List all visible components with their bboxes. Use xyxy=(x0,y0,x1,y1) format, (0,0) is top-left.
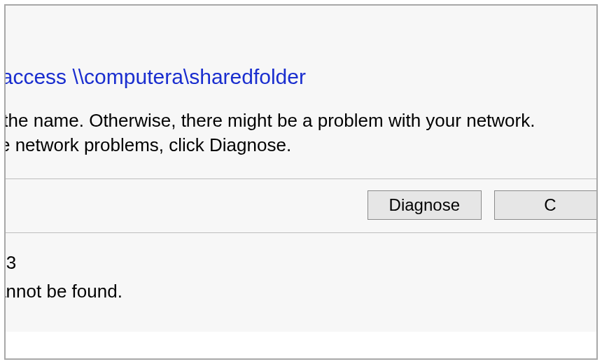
cancel-button[interactable]: C xyxy=(494,190,598,220)
error-explanation-line-1: spelling of the name. Otherwise, there m… xyxy=(4,108,598,133)
error-explanation: spelling of the name. Otherwise, there m… xyxy=(4,94,598,178)
network-error-dialog: rk Error s cannot access \\computera\sha… xyxy=(4,6,598,332)
diagnose-button[interactable]: Diagnose xyxy=(368,190,482,220)
error-heading: s cannot access \\computera\sharedfolder xyxy=(4,41,598,94)
dialog-title: rk Error xyxy=(4,6,598,41)
error-code: 0x80070043 xyxy=(4,250,598,275)
error-explanation-line-2: and resolve network problems, click Diag… xyxy=(4,133,598,158)
error-message: rk name cannot be found. xyxy=(4,279,598,304)
button-row: details Diagnose C xyxy=(4,179,598,232)
screenshot-frame: rk Error s cannot access \\computera\sha… xyxy=(4,4,598,360)
error-details: 0x80070043 rk name cannot be found. xyxy=(4,233,598,332)
